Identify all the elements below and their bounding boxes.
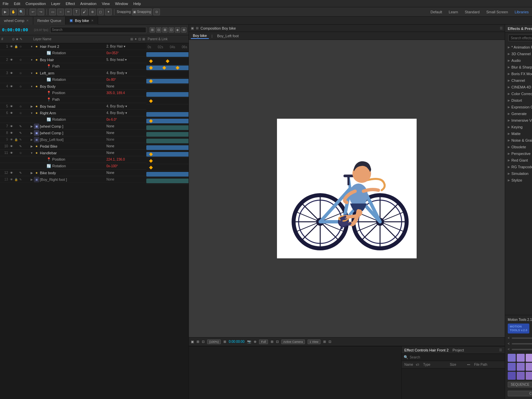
solo-icon[interactable]: ✎: [19, 138, 23, 142]
tool-clone[interactable]: ⊕: [89, 9, 96, 15]
swatch-1[interactable]: [508, 354, 516, 362]
tab-wheel-comp[interactable]: wheel Comp ✕: [0, 17, 33, 25]
expand-arrow[interactable]: ▾: [29, 71, 34, 75]
tool-eraser[interactable]: ◻: [97, 9, 104, 15]
menu-window[interactable]: Window: [115, 2, 128, 6]
lock-icon[interactable]: 🔒: [14, 138, 18, 142]
layer-row[interactable]: 10 👁 ✎ ▶ ★ Pedal Bike None: [0, 143, 146, 150]
menu-edit[interactable]: Edit: [14, 2, 20, 6]
solo-icon[interactable]: ☆: [19, 71, 23, 75]
menu-view[interactable]: View: [102, 2, 110, 6]
tab-render-queue[interactable]: Render Queue: [33, 17, 66, 25]
solo-icon[interactable]: ✎: [19, 178, 23, 182]
project-search-input[interactable]: [410, 355, 503, 359]
layer-row[interactable]: 🔄 Rotation 0x-80°: [0, 76, 146, 83]
fx-category-obsolete[interactable]: ▶ Obsolete: [505, 144, 532, 150]
layer-row[interactable]: 📍 Position 305.0, 189.4: [0, 90, 146, 96]
layer-row[interactable]: 🔄 Rotation 0x+353°: [0, 50, 146, 57]
tool-hand[interactable]: ✋: [10, 9, 17, 15]
solo-icon[interactable]: ☆: [19, 151, 23, 155]
layer-row[interactable]: 13 👁 🔒 ✎ ▶ ▣ [Boy_Right foot ] None: [0, 176, 146, 183]
visibility-icon[interactable]: 👁: [9, 111, 13, 115]
tool-redo[interactable]: ↪: [38, 9, 44, 15]
timeline-btn-4[interactable]: ⊡: [169, 27, 174, 33]
solo-icon[interactable]: ☆: [19, 58, 23, 62]
bottom-panel-menu[interactable]: ☰: [499, 348, 502, 352]
fx-category-channel[interactable]: ▶ Channel: [505, 77, 532, 84]
tool-undo[interactable]: ↩: [30, 9, 36, 15]
solo-icon[interactable]: ✎: [19, 131, 23, 135]
tool-rect[interactable]: ▭: [49, 9, 56, 15]
fx-category-expression-controls[interactable]: ▶ Expression Controls: [505, 104, 532, 110]
swatch-9[interactable]: [526, 372, 532, 380]
solo-icon[interactable]: ☆: [19, 104, 23, 108]
tab-boy-bike[interactable]: ▣ Boy bike ✕: [66, 17, 98, 25]
solo-icon[interactable]: ✎: [19, 171, 23, 175]
layer-row[interactable]: 9 👁 🔒 ✎ ▶ ▣ [Boy_Left foot] None: [0, 136, 146, 143]
tool-text[interactable]: T: [73, 9, 80, 15]
slider-left-arrow-3[interactable]: <: [508, 347, 510, 351]
visibility-icon[interactable]: 👁: [9, 151, 13, 155]
swatch-6[interactable]: [526, 363, 532, 371]
lock-icon[interactable]: [14, 111, 18, 115]
fx-category-generate[interactable]: ▶ Generate: [505, 110, 532, 117]
visibility-icon[interactable]: 👁: [9, 45, 13, 49]
visibility-icon[interactable]: 👁: [9, 138, 13, 142]
slider-track-2[interactable]: [512, 343, 532, 344]
expand-arrow[interactable]: ▾: [29, 151, 34, 155]
visibility-icon[interactable]: 👁: [9, 171, 13, 175]
expand-arrow[interactable]: ▾: [29, 45, 34, 48]
layer-row[interactable]: 4 👁 ☆ ▾ ★ Boy Body None: [0, 83, 146, 90]
layer-row[interactable]: 11 👁 ☆ ▾ ★ Handlebar None: [0, 150, 146, 156]
layer-row[interactable]: 8 👁 ✎ ▶ ▣ [wheel Comp ] None: [0, 130, 146, 136]
timeline-btn-1[interactable]: ⊞: [150, 27, 155, 33]
fx-category-distort[interactable]: ▶ Distort: [505, 97, 532, 104]
tool-puppet[interactable]: ✦: [105, 9, 112, 15]
quality-control[interactable]: Full: [259, 339, 268, 344]
timeline-btn-2[interactable]: ⊟: [156, 27, 161, 33]
solo-icon[interactable]: ☆: [19, 45, 23, 49]
workspace-small-screen[interactable]: Small Screen: [485, 9, 509, 15]
slider-track-3[interactable]: [512, 349, 532, 350]
search-input[interactable]: [50, 27, 146, 33]
menu-effect[interactable]: Effect: [66, 2, 75, 6]
visibility-icon[interactable]: 👁: [9, 58, 13, 62]
layer-row[interactable]: 7 👁 ✎ ▶ ▣ [wheel Comp ] None: [0, 123, 146, 130]
visibility-icon[interactable]: 👁: [9, 84, 13, 88]
tool-brush[interactable]: 🖌: [81, 9, 88, 15]
comp-tab-boy-left-foot[interactable]: Boy_Left foot: [215, 33, 241, 39]
fx-category-red-giant[interactable]: ▶ Red Giant: [505, 157, 532, 164]
sequence-button[interactable]: SEQUENCE: [508, 382, 532, 387]
swatch-2[interactable]: [517, 354, 525, 362]
layer-row[interactable]: 📍 Position 224.1, 236.0: [0, 156, 146, 163]
zoom-control[interactable]: (100%): [207, 339, 221, 344]
layer-row[interactable]: 12 👁 ✎ ▶ ★ Bike body None: [0, 170, 146, 176]
menu-composition[interactable]: Composition: [26, 2, 46, 6]
visibility-icon[interactable]: 👁: [9, 178, 13, 182]
visibility-icon[interactable]: 👁: [9, 71, 13, 75]
layer-row[interactable]: 📍 Path: [0, 63, 146, 70]
menu-file[interactable]: File: [3, 2, 9, 6]
tab-wheel-comp-close[interactable]: ✕: [26, 19, 29, 22]
swatch-3[interactable]: [526, 354, 532, 362]
snapping-toggle[interactable]: ▣ Snapping: [132, 9, 152, 15]
fx-category-boris-fx[interactable]: ▶ Boris FX Mocha: [505, 70, 532, 77]
fx-category-immersive-video[interactable]: ▶ Immersive Video: [505, 117, 532, 124]
slider-left-arrow-2[interactable]: <: [508, 342, 510, 345]
visibility-icon[interactable]: 👁: [9, 144, 13, 148]
fx-category-blur-sharpen[interactable]: ▶ Blur & Sharpen: [505, 64, 532, 70]
slider-track-1[interactable]: [512, 337, 532, 339]
slider-left-arrow[interactable]: <: [508, 336, 510, 340]
lock-icon[interactable]: 🔒: [14, 45, 18, 49]
fx-category-audio[interactable]: ▶ Audio: [505, 57, 532, 64]
visibility-icon[interactable]: 👁: [9, 124, 13, 128]
fx-category-perspective[interactable]: ▶ Perspective: [505, 150, 532, 157]
lock-icon[interactable]: [14, 124, 18, 128]
solo-icon[interactable]: ☆: [19, 111, 23, 115]
fx-category-stylize[interactable]: ▶ Stylize: [505, 177, 532, 184]
workspace-learn[interactable]: Learn: [448, 9, 460, 15]
layer-row[interactable]: 📍 Path: [0, 96, 146, 103]
tool-ellipse[interactable]: ○: [57, 9, 64, 15]
tab-boy-bike-close[interactable]: ✕: [91, 19, 94, 22]
fx-category-matte[interactable]: ▶ Matte: [505, 130, 532, 137]
